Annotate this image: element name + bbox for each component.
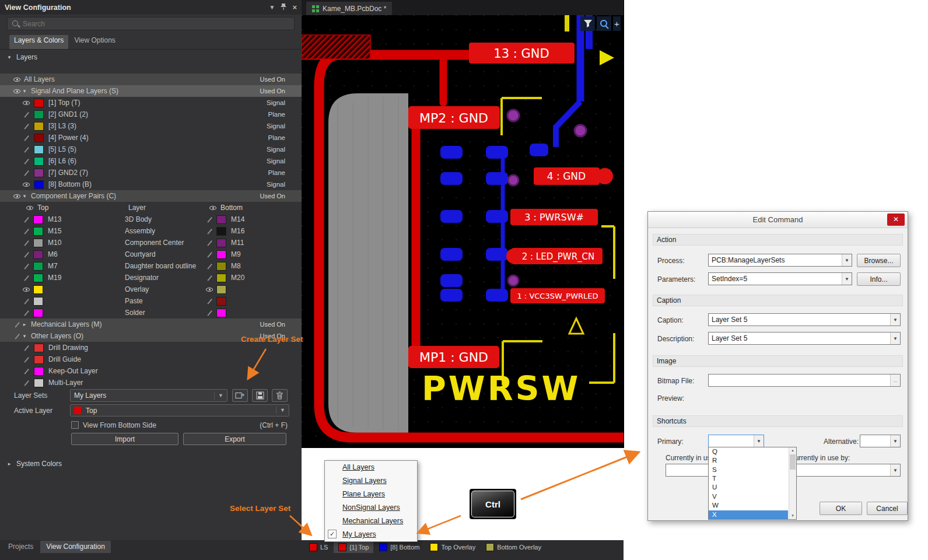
eye-off-icon[interactable]	[22, 122, 30, 130]
description-dropdown[interactable]: Layer Set 5 ▼	[708, 332, 901, 345]
eye-icon[interactable]	[13, 87, 21, 95]
layer-color-swatch[interactable]	[33, 239, 43, 247]
eye-off-icon[interactable]	[205, 274, 213, 282]
eye-off-icon[interactable]	[22, 262, 30, 270]
eye-icon[interactable]	[26, 204, 34, 212]
eye-off-icon[interactable]	[22, 134, 30, 142]
eye-off-icon[interactable]	[22, 110, 30, 118]
layer-color-swatch[interactable]	[216, 297, 226, 306]
in-use-alternative-dropdown[interactable]: ▼	[790, 464, 901, 477]
menu-item-all-layers[interactable]: All Layers	[325, 461, 417, 474]
layer-color-swatch[interactable]	[216, 262, 226, 271]
layer-group-all[interactable]: All Layers Used On	[0, 74, 302, 85]
expand-icon[interactable]: ▾	[21, 333, 28, 339]
lasso-button[interactable]	[597, 16, 611, 31]
scrollbar-thumb[interactable]	[790, 454, 796, 470]
shortcut-option[interactable]: S	[709, 466, 788, 474]
layer-color-swatch[interactable]	[34, 110, 44, 119]
create-layer-set-button[interactable]	[232, 389, 248, 402]
menu-item-nonsignal-layers[interactable]: NonSignal Layers	[325, 501, 417, 514]
layer-color-swatch[interactable]	[216, 215, 226, 224]
layer-color-swatch[interactable]	[33, 227, 43, 236]
eye-icon[interactable]	[22, 99, 30, 107]
close-icon[interactable]: ✕	[887, 214, 905, 226]
import-button[interactable]: Import	[71, 433, 178, 445]
expand-icon[interactable]: ▸	[21, 321, 28, 327]
menu-item-signal-layers[interactable]: Signal Layers	[325, 474, 417, 488]
layer-color-swatch[interactable]	[216, 250, 226, 259]
layer-pair-row[interactable]: M10 Component Center M11	[0, 237, 302, 249]
layer-pair-row[interactable]: M7 Daughter board outline M8	[0, 260, 302, 272]
eye-off-icon[interactable]	[13, 320, 21, 328]
shortcut-option[interactable]: Q	[709, 447, 788, 456]
shortcut-option[interactable]: V	[709, 492, 788, 501]
layer-color-swatch[interactable]	[34, 169, 44, 177]
eye-off-icon[interactable]	[22, 169, 30, 177]
tab-view-options[interactable]: View Options	[69, 35, 120, 49]
eye-off-icon[interactable]	[22, 309, 30, 317]
layer-color-swatch[interactable]	[34, 157, 44, 166]
layer-color-swatch[interactable]	[33, 309, 43, 317]
layer-color-swatch[interactable]	[34, 344, 44, 352]
layer-color-swatch[interactable]	[33, 250, 43, 259]
save-layer-set-button[interactable]	[252, 389, 268, 402]
cancel-button[interactable]: Cancel	[867, 502, 908, 515]
eye-off-icon[interactable]	[22, 239, 30, 247]
browse-button[interactable]: Browse...	[857, 254, 901, 267]
layer-tab-bottom[interactable]: [8] Bottom	[374, 541, 424, 553]
scroll-up-icon[interactable]: ▲	[789, 447, 796, 454]
layer-group-component-pairs[interactable]: ▾ Component Layer Pairs (C) Used On	[0, 190, 302, 202]
caption-dropdown[interactable]: Layer Set 5 ▼	[708, 313, 901, 326]
eye-off-icon[interactable]	[205, 262, 213, 270]
layer-color-swatch[interactable]	[216, 285, 226, 294]
tab-layers-colors[interactable]: Layers & Colors	[9, 35, 68, 49]
layer-color-swatch[interactable]	[216, 239, 226, 247]
layer-color-swatch[interactable]	[33, 215, 43, 224]
expand-icon[interactable]: ▾	[21, 193, 28, 199]
layer-row[interactable]: [2] GND1 (2) Plane	[0, 108, 302, 120]
eye-icon[interactable]	[13, 75, 21, 83]
pin-icon[interactable]	[281, 3, 286, 12]
view-from-bottom-checkbox[interactable]	[71, 421, 79, 429]
eye-off-icon[interactable]	[22, 297, 30, 305]
layer-row[interactable]: [6] L6 (6) Signal	[0, 155, 302, 167]
close-icon[interactable]: ×	[292, 3, 297, 12]
layer-tab-top-overlay[interactable]: Top Overlay	[425, 541, 480, 553]
layer-tab-bottom-overlay[interactable]: Bottom Overlay	[481, 541, 546, 553]
eye-off-icon[interactable]	[205, 227, 213, 235]
eye-off-icon[interactable]	[205, 297, 213, 305]
layer-row[interactable]: Drill Drawing	[0, 342, 302, 354]
layer-color-swatch[interactable]	[33, 262, 43, 271]
layer-color-swatch[interactable]	[34, 99, 44, 107]
layer-color-swatch[interactable]	[34, 180, 44, 189]
layer-pair-row[interactable]: Paste	[0, 295, 302, 307]
bitmap-file-input[interactable]: ...	[708, 374, 901, 387]
menu-item-plane-layers[interactable]: Plane Layers	[325, 488, 417, 501]
layer-row[interactable]: [5] L5 (5) Signal	[0, 144, 302, 155]
primary-shortcut-dropdown[interactable]: ▼	[708, 435, 764, 447]
eye-icon[interactable]	[209, 204, 217, 212]
ellipsis-button[interactable]: ...	[890, 374, 900, 386]
layer-row[interactable]: Drill Guide	[0, 354, 302, 365]
layer-row[interactable]: [1] Top (T) Signal	[0, 97, 302, 108]
eye-off-icon[interactable]	[22, 250, 30, 258]
layer-pair-row[interactable]: M19 Designator M20	[0, 272, 302, 284]
eye-off-icon[interactable]	[205, 309, 213, 317]
eye-off-icon[interactable]	[22, 379, 30, 387]
menu-item-my-layers[interactable]: ✓ My Layers	[325, 528, 417, 541]
eye-off-icon[interactable]	[22, 367, 30, 375]
filter-button[interactable]	[580, 16, 595, 31]
shortcut-option-selected[interactable]: X	[709, 510, 788, 519]
eye-off-icon[interactable]	[22, 274, 30, 282]
layer-sets-dropdown[interactable]: My Layers ▼	[70, 389, 227, 402]
pcb-canvas[interactable]: 13 : GND MP2 : GND 4 : GND 3 : PWRSW# 2 …	[302, 15, 624, 448]
expand-icon[interactable]: ▾	[21, 88, 28, 94]
layer-color-swatch[interactable]	[34, 134, 44, 142]
layer-pair-row[interactable]: M6 Courtyard M9	[0, 249, 302, 260]
scroll-down-icon[interactable]: ▼	[789, 513, 796, 519]
layer-group-signal-plane[interactable]: ▾ Signal And Plane Layers (S) Used On	[0, 85, 302, 97]
eye-icon[interactable]	[22, 180, 30, 188]
tab-projects[interactable]: Projects	[2, 541, 39, 553]
layer-row[interactable]: [7] GND2 (7) Plane	[0, 167, 302, 178]
shortcut-option[interactable]: T	[709, 474, 788, 483]
